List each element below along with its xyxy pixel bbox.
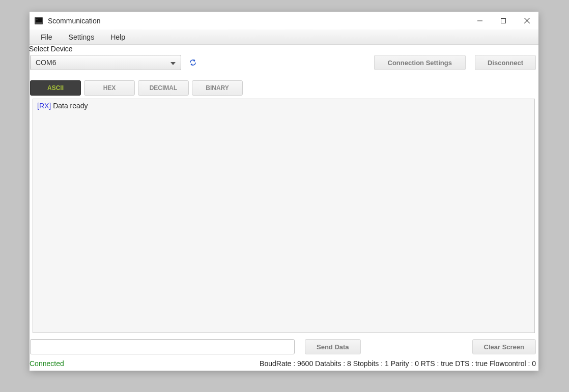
tab-ascii-label: ASCII <box>47 84 64 92</box>
rx-tag: [RX] <box>37 102 51 110</box>
connection-settings-label: Connection Settings <box>388 59 452 67</box>
send-input[interactable] <box>30 339 295 354</box>
tab-binary-label: BINARY <box>206 84 229 92</box>
close-button[interactable] <box>515 12 538 29</box>
tab-binary[interactable]: BINARY <box>192 80 243 96</box>
send-data-label: Send Data <box>317 343 349 351</box>
app-icon <box>35 17 43 24</box>
menu-settings[interactable]: Settings <box>65 31 99 43</box>
tab-decimal-label: DECIMAL <box>150 84 178 92</box>
app-title: Scommunication <box>48 17 101 25</box>
send-row: Send Data Clear Screen <box>30 333 538 354</box>
tab-ascii[interactable]: ASCII <box>30 80 81 96</box>
view-tabs: ASCII HEX DECIMAL BINARY <box>30 80 538 96</box>
minimize-button[interactable] <box>468 12 492 29</box>
status-connected: Connected <box>30 359 64 368</box>
status-bar: Connected BoudRate : 9600 Databits : 8 S… <box>30 354 538 371</box>
send-data-button[interactable]: Send Data <box>305 339 361 354</box>
tab-decimal[interactable]: DECIMAL <box>138 80 189 96</box>
status-info: BoudRate : 9600 Databits : 8 Stopbits : … <box>260 359 536 368</box>
clear-screen-button[interactable]: Clear Screen <box>472 339 536 354</box>
device-combobox-value: COM6 <box>36 58 56 67</box>
select-device-label: Select Device <box>29 45 538 53</box>
menu-help[interactable]: Help <box>106 31 129 43</box>
refresh-button[interactable] <box>188 58 197 67</box>
clear-screen-label: Clear Screen <box>484 343 525 351</box>
tab-hex[interactable]: HEX <box>84 80 135 96</box>
disconnect-button[interactable]: Disconnect <box>475 55 536 70</box>
device-combobox[interactable]: COM6 <box>30 55 181 70</box>
maximize-button[interactable] <box>492 12 515 29</box>
terminal-output[interactable]: [RX] Data ready <box>33 99 535 333</box>
chevron-down-icon <box>170 58 176 67</box>
menu-file[interactable]: File <box>37 31 56 43</box>
disconnect-label: Disconnect <box>488 59 523 67</box>
tab-hex-label: HEX <box>103 84 116 92</box>
content-area: Select Device COM6 Connection Settings <box>30 45 538 371</box>
titlebar: Scommunication <box>30 12 538 29</box>
menubar: File Settings Help <box>30 29 538 45</box>
svg-rect-2 <box>36 19 38 19</box>
svg-marker-7 <box>170 62 176 65</box>
connection-settings-button[interactable]: Connection Settings <box>374 55 466 70</box>
app-window: Scommunication File Settings Help Select… <box>30 12 538 371</box>
rx-message: Data ready <box>53 102 88 110</box>
svg-rect-4 <box>501 18 506 23</box>
window-controls <box>468 12 538 29</box>
